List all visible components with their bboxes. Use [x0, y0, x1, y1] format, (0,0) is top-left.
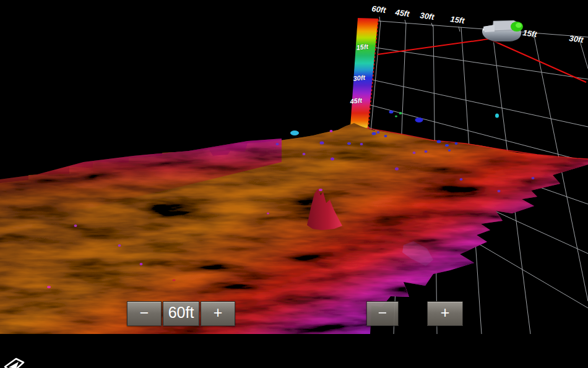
bar-label: 15ft [356, 43, 370, 51]
chartplotter-screen: 15ft30ft45ft 60f [0, 0, 588, 368]
fish-target [319, 189, 322, 191]
fish-target [276, 143, 279, 145]
fish-target [413, 152, 416, 154]
fish-target [395, 116, 397, 118]
gain-increase-button[interactable]: + [427, 301, 463, 326]
fish-target [460, 178, 463, 181]
fish-target [74, 225, 77, 227]
fish-target [372, 132, 376, 135]
range-increase-button[interactable]: + [201, 301, 235, 326]
fish-target [415, 118, 423, 122]
fish-target [47, 286, 51, 288]
fish-target [303, 153, 306, 155]
range-decrease-button[interactable]: − [127, 301, 162, 326]
fish-target [437, 140, 441, 143]
gain-value: 55% [0, 345, 588, 356]
fish-target [140, 263, 143, 265]
fish-target [495, 114, 499, 118]
fish-target [290, 131, 299, 135]
fish-target [448, 149, 451, 152]
fish-target [498, 190, 501, 192]
boat-angled-view-icon [0, 356, 27, 368]
bar-label: 30ft [353, 74, 366, 82]
fish-target [320, 142, 324, 145]
sonar-scene-canvas: 15ft30ft45ft 60f [0, 0, 588, 334]
sonar-3d-view[interactable]: 15ft30ft45ft 60f [0, 0, 588, 334]
range-value[interactable]: 60ft [163, 301, 199, 326]
fish-target [267, 213, 269, 215]
fish-target [445, 144, 449, 147]
fish-target [377, 131, 380, 134]
fish-target [395, 168, 399, 171]
fish-target [173, 280, 176, 281]
fish-target [532, 177, 535, 179]
view-angled-button[interactable] [0, 356, 588, 368]
fish-target [360, 143, 363, 145]
fish-target [330, 130, 333, 132]
gain-decrease-button[interactable]: − [366, 301, 399, 326]
fish-target [425, 150, 428, 153]
fish-target [118, 244, 121, 247]
bar-label: 45ft [349, 96, 363, 105]
fish-target [331, 158, 334, 161]
gain-readout: Gain 55% [0, 334, 588, 356]
fish-target [399, 112, 402, 114]
gain-label: Gain [0, 334, 588, 345]
fish-target [384, 135, 387, 137]
fish-target [389, 111, 394, 114]
fish-target [455, 142, 458, 145]
fish-target [347, 142, 351, 145]
